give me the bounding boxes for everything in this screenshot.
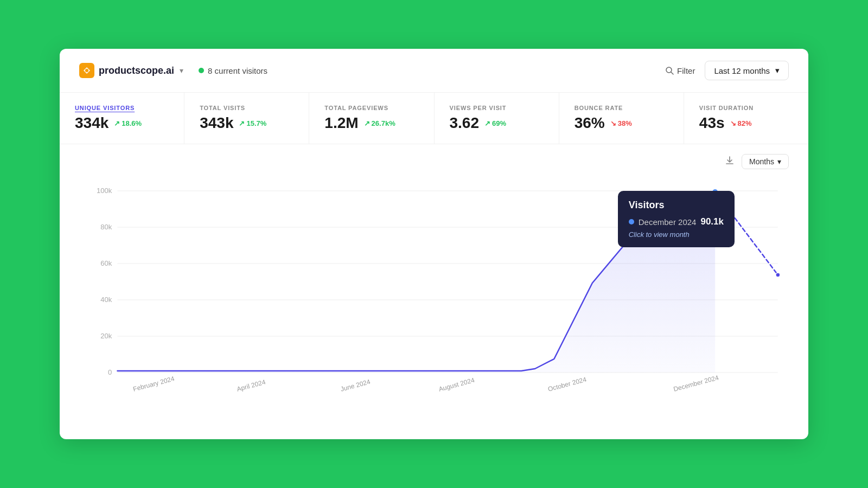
stat-value-bounce-rate: 36%: [575, 114, 605, 132]
date-range-chevron: ▾: [775, 66, 780, 75]
stat-item-bounce-rate[interactable]: BOUNCE RATE36%↘ 38%: [559, 93, 684, 144]
main-window: productscope.ai ▾ 8 current visitors Fil…: [60, 49, 808, 439]
filter-label: Filter: [677, 66, 695, 75]
stat-value-row-visit-duration: 43s↘ 82%: [699, 114, 793, 132]
svg-text:100k: 100k: [97, 187, 112, 195]
stat-change-views-per-visit: ↗ 69%: [484, 119, 506, 127]
arrow-up-icon: ↗: [114, 119, 120, 127]
header: productscope.ai ▾ 8 current visitors Fil…: [60, 49, 808, 93]
svg-text:June 2024: June 2024: [340, 378, 371, 393]
stat-item-total-pageviews[interactable]: TOTAL PAGEVIEWS1.2M↗ 26.7k%: [309, 93, 434, 144]
stat-label-bounce-rate: BOUNCE RATE: [575, 105, 668, 111]
arrow-up-icon: ↗: [484, 119, 490, 127]
date-range-label: Last 12 months: [714, 66, 770, 75]
svg-line-17: [715, 192, 778, 275]
date-range-button[interactable]: Last 12 months ▾: [705, 61, 789, 80]
logo-icon: [79, 63, 94, 78]
chart-container: 100k 80k 60k 40k 20k 0: [79, 175, 789, 402]
stat-change-total-visits: ↗ 15.7%: [239, 119, 266, 127]
stat-value-row-total-visits: 343k↗ 15.7%: [200, 114, 293, 132]
chart-controls: Months ▾: [79, 154, 789, 169]
svg-point-18: [712, 189, 718, 195]
stat-value-row-views-per-visit: 3.62↗ 69%: [450, 114, 544, 132]
visitors-count: 8 current visitors: [208, 66, 267, 75]
months-button[interactable]: Months ▾: [742, 154, 789, 169]
stat-change-total-pageviews: ↗ 26.7k%: [364, 119, 395, 127]
stat-value-views-per-visit: 3.62: [450, 114, 480, 132]
logo-chevron-icon: ▾: [180, 66, 183, 75]
svg-text:20k: 20k: [100, 332, 112, 340]
arrow-up-icon: ↗: [239, 119, 245, 127]
svg-text:December 2024: December 2024: [673, 374, 720, 393]
svg-text:80k: 80k: [100, 223, 112, 231]
download-icon: [724, 155, 735, 166]
arrow-down-icon: ↘: [610, 119, 616, 127]
visitors-badge: 8 current visitors: [199, 66, 267, 75]
online-dot: [199, 68, 204, 73]
stats-bar: UNIQUE VISITORS334k↗ 18.6%TOTAL VISITS34…: [60, 93, 808, 144]
stat-value-total-visits: 343k: [200, 114, 233, 132]
stat-label-views-per-visit: VIEWS PER VISIT: [450, 105, 544, 111]
filter-button[interactable]: Filter: [665, 66, 695, 75]
visitors-chart: 100k 80k 60k 40k 20k 0: [79, 175, 789, 402]
stat-change-bounce-rate: ↘ 38%: [610, 119, 632, 127]
stat-value-row-unique-visitors: 334k↗ 18.6%: [75, 114, 169, 132]
svg-text:0: 0: [108, 368, 112, 376]
download-button[interactable]: [724, 155, 735, 169]
logo-area[interactable]: productscope.ai ▾: [79, 63, 183, 78]
logo-text: productscope.ai: [99, 65, 174, 76]
stat-value-unique-visitors: 334k: [75, 114, 108, 132]
svg-point-19: [776, 273, 780, 277]
stat-label-total-pageviews: TOTAL PAGEVIEWS: [324, 105, 418, 111]
arrow-down-icon: ↘: [730, 119, 736, 127]
svg-text:February 2024: February 2024: [132, 375, 176, 393]
svg-line-3: [671, 72, 673, 74]
months-label: Months: [749, 157, 774, 166]
stat-label-total-visits: TOTAL VISITS: [200, 105, 293, 111]
months-chevron: ▾: [777, 157, 781, 166]
svg-text:40k: 40k: [100, 296, 112, 304]
search-icon: [665, 66, 674, 75]
stat-value-total-pageviews: 1.2M: [324, 114, 358, 132]
stat-item-unique-visitors[interactable]: UNIQUE VISITORS334k↗ 18.6%: [60, 93, 184, 144]
stat-value-row-total-pageviews: 1.2M↗ 26.7k%: [324, 114, 418, 132]
stat-item-visit-duration[interactable]: VISIT DURATION43s↘ 82%: [684, 93, 808, 144]
stat-label-visit-duration: VISIT DURATION: [699, 105, 793, 111]
stat-item-total-visits[interactable]: TOTAL VISITS343k↗ 15.7%: [184, 93, 309, 144]
stat-value-visit-duration: 43s: [699, 114, 725, 132]
svg-text:August 2024: August 2024: [438, 376, 475, 393]
arrow-up-icon: ↗: [364, 119, 370, 127]
svg-text:April 2024: April 2024: [236, 378, 266, 393]
header-left: productscope.ai ▾ 8 current visitors: [79, 63, 267, 78]
svg-point-1: [85, 69, 88, 72]
stat-item-views-per-visit[interactable]: VIEWS PER VISIT3.62↗ 69%: [435, 93, 559, 144]
svg-text:60k: 60k: [100, 259, 112, 267]
header-right: Filter Last 12 months ▾: [665, 61, 789, 80]
chart-section: Months ▾ 100k 80k 60k 40k 20k 0: [60, 144, 808, 419]
stat-label-unique-visitors: UNIQUE VISITORS: [75, 105, 169, 111]
stat-change-visit-duration: ↘ 82%: [730, 119, 752, 127]
stat-value-row-bounce-rate: 36%↘ 38%: [575, 114, 668, 132]
stat-change-unique-visitors: ↗ 18.6%: [114, 119, 142, 127]
svg-text:October 2024: October 2024: [547, 376, 587, 393]
svg-marker-16: [117, 192, 715, 373]
